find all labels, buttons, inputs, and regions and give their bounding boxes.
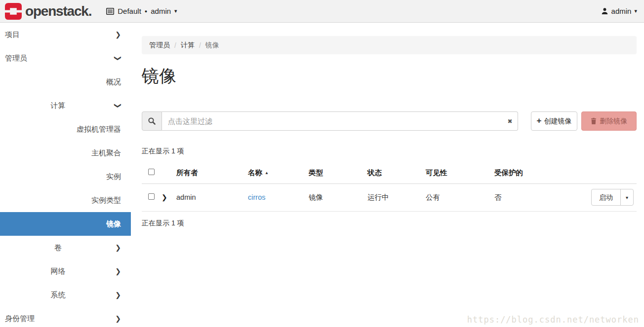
cell-visibility: 公有 (426, 183, 494, 211)
column-header-type[interactable]: 类型 (309, 162, 367, 183)
sidebar-item-label: 概况 (106, 77, 121, 86)
sidebar-item-volumes[interactable]: 卷 ❯ (0, 236, 131, 259)
clear-filter-icon[interactable]: ✖ (508, 118, 513, 125)
sidebar-item-label: 实例 (106, 172, 121, 181)
chevron-right-icon: ❯ (115, 307, 121, 327)
plus-icon: + (537, 116, 542, 126)
sidebar-item-label: 虚拟机管理器 (77, 125, 121, 133)
user-menu[interactable]: admin ▾ (601, 7, 637, 15)
context-bullet: ● (145, 9, 147, 14)
select-all-checkbox[interactable] (142, 162, 161, 183)
user-name: admin (611, 7, 632, 15)
item-count-top: 正在显示 1 项 (142, 147, 637, 155)
sidebar-item-host-aggregates[interactable]: 主机聚合 (0, 141, 131, 165)
chevron-right-icon: ❯ (115, 236, 121, 259)
sidebar-item-label: 系统 (51, 291, 66, 299)
top-navbar: openstack. Default ● admin ▾ admin ▾ (0, 0, 644, 23)
breadcrumb-separator: / (174, 41, 176, 49)
page-title: 镜像 (142, 65, 637, 87)
row-action-split-button: 启动 ▾ (591, 189, 634, 206)
column-header-status[interactable]: 状态 (367, 162, 426, 183)
watermark: https://blog.csdn.net/networken (467, 315, 639, 325)
sidebar-item-overview[interactable]: 概况 (0, 70, 131, 94)
sidebar-item-network[interactable]: 网络 ❯ (0, 259, 131, 283)
row-expand-toggle[interactable]: ❯ (161, 183, 176, 211)
sidebar-item-label: 实例类型 (91, 196, 121, 204)
launch-button[interactable]: 启动 (592, 189, 620, 205)
sidebar-item-label: 镜像 (106, 219, 121, 228)
sidebar-item-label: 项目 (5, 30, 20, 38)
trash-icon (591, 118, 597, 124)
table-row: ❯ admin cirros 镜像 运行中 公有 否 启动 ▾ (142, 183, 637, 211)
sort-asc-icon: ▲ (265, 171, 269, 175)
row-action-menu-toggle[interactable]: ▾ (620, 189, 633, 205)
domain-icon (106, 8, 114, 15)
delete-image-label: 删除镜像 (600, 117, 627, 126)
sidebar-item-images[interactable]: 镜像 (0, 212, 131, 236)
images-table: 所有者 名称▲ 类型 状态 可见性 受保护的 ❯ admin cirros 镜像… (142, 162, 637, 212)
breadcrumb-separator: / (199, 41, 201, 49)
cell-type: 镜像 (309, 183, 367, 211)
sidebar-item-instances[interactable]: 实例 (0, 165, 131, 188)
openstack-logo[interactable]: openstack. (5, 3, 91, 20)
column-header-visibility[interactable]: 可见性 (426, 162, 494, 183)
create-image-button[interactable]: + 创建镜像 (531, 111, 578, 131)
breadcrumb: 管理员 / 计算 / 镜像 (142, 36, 637, 54)
sidebar-item-project[interactable]: 项目 ❯ (0, 23, 131, 46)
sidebar-item-label: 主机聚合 (91, 148, 121, 157)
cell-actions: 启动 ▾ (578, 183, 637, 211)
table-header-row: 所有者 名称▲ 类型 状态 可见性 受保护的 (142, 162, 637, 183)
chevron-right-icon: ❯ (115, 23, 121, 46)
cell-name: cirros (248, 183, 309, 211)
chevron-right-icon: ❯ (115, 259, 121, 283)
row-checkbox[interactable] (142, 183, 161, 211)
context-switcher[interactable]: Default ● admin ▾ (106, 7, 177, 15)
cell-protected: 否 (494, 183, 578, 211)
main-content: 管理员 / 计算 / 镜像 镜像 ✖ + 创建镜像 (142, 23, 637, 227)
sidebar-item-label: 计算 (51, 101, 66, 109)
sidebar-item-label: 网络 (51, 267, 66, 275)
image-name-link[interactable]: cirros (248, 193, 265, 201)
sidebar-item-admin[interactable]: 管理员 ❯ (0, 46, 131, 70)
filter-input-group: ✖ (142, 111, 518, 131)
sidebar-item-label: 卷 (54, 243, 62, 252)
openstack-logo-icon (5, 3, 22, 20)
column-header-owner[interactable]: 所有者 (176, 162, 248, 183)
sidebar-item-compute[interactable]: 计算 ❯ (0, 94, 131, 117)
chevron-down-icon: ▾ (634, 8, 637, 14)
cell-owner: admin (176, 183, 248, 211)
filter-input[interactable] (162, 111, 518, 131)
expand-column-header (161, 162, 176, 183)
actions-column-header (578, 162, 637, 183)
sidebar-item-system[interactable]: 系统 ❯ (0, 283, 131, 307)
chevron-down-icon: ▾ (174, 8, 177, 14)
context-project: admin (151, 7, 171, 15)
chevron-down-icon: ❯ (106, 103, 130, 109)
breadcrumb-images: 镜像 (205, 41, 219, 50)
filter-toolbar: ✖ + 创建镜像 删除镜像 (142, 111, 637, 131)
sidebar: 项目 ❯ 管理员 ❯ 概况 计算 ❯ 虚拟机管理器 主机聚合 实例 实例类型 镜… (0, 23, 131, 327)
chevron-down-icon: ▾ (626, 195, 628, 200)
sidebar-item-flavors[interactable]: 实例类型 (0, 188, 131, 212)
user-icon (601, 7, 608, 15)
column-header-name[interactable]: 名称▲ (248, 162, 309, 183)
item-count-bottom: 正在显示 1 项 (142, 219, 637, 227)
cell-status: 运行中 (367, 183, 426, 211)
sidebar-item-hypervisors[interactable]: 虚拟机管理器 (0, 117, 131, 141)
delete-image-button[interactable]: 删除镜像 (581, 111, 637, 131)
search-icon (148, 117, 156, 125)
sidebar-item-label: 身份管理 (5, 314, 35, 323)
search-icon-addon (142, 111, 162, 131)
column-header-protected[interactable]: 受保护的 (494, 162, 578, 183)
chevron-down-icon: ❯ (106, 55, 130, 61)
breadcrumb-compute[interactable]: 计算 (181, 41, 195, 50)
breadcrumb-admin[interactable]: 管理员 (149, 41, 170, 50)
context-domain: Default (118, 7, 141, 15)
sidebar-item-label: 管理员 (5, 54, 27, 62)
chevron-right-icon: ❯ (161, 193, 167, 201)
chevron-right-icon: ❯ (115, 283, 121, 307)
sidebar-item-identity[interactable]: 身份管理 ❯ (0, 307, 131, 327)
create-image-label: 创建镜像 (544, 117, 571, 126)
brand-wordmark: openstack. (25, 3, 91, 19)
